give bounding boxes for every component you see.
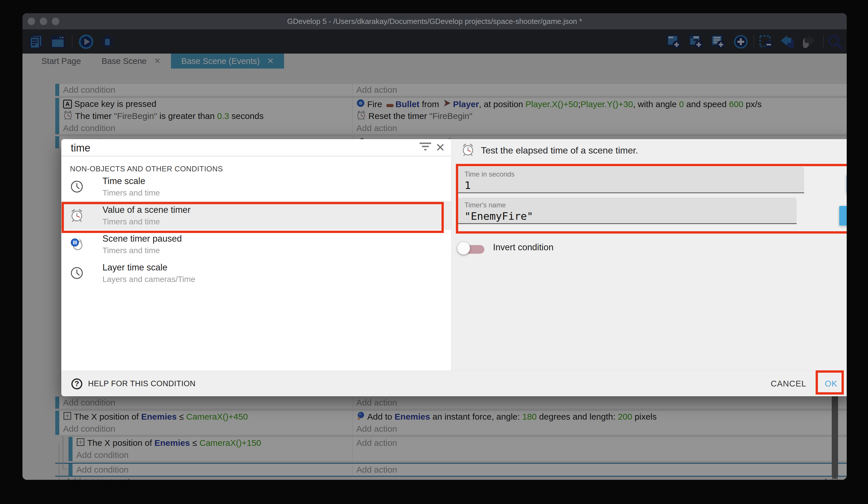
item-text: Scene timer pausedTimers and time [102, 234, 182, 255]
item-subtitle: Timers and time [102, 246, 182, 255]
search-input[interactable] [71, 141, 410, 155]
window-title: GDevelop 5 - /Users/dkarakay/Documents/G… [22, 13, 847, 29]
item-title: Time scale [102, 176, 160, 187]
condition-item-time-scale[interactable]: Time scaleTimers and time [61, 172, 451, 201]
search-bar: ✕ [61, 139, 451, 157]
help-button[interactable]: ? HELP FOR THIS CONDITION [71, 371, 196, 396]
item-title: Scene timer paused [102, 234, 182, 244]
help-icon: ? [71, 379, 82, 389]
condition-item-scene-timer-paused[interactable]: Scene timer pausedTimers and time [61, 230, 451, 259]
toggle-knob[interactable] [457, 242, 470, 255]
alarm-clock-icon [461, 143, 475, 158]
layer-clock-icon [70, 266, 84, 280]
item-subtitle: Timers and time [102, 188, 160, 198]
clock-icon [70, 180, 84, 193]
annotation-box-fields [456, 164, 847, 234]
condition-list-pane: ✕ NON-OBJECTS AND OTHER CONDITIONS Time … [61, 139, 451, 371]
item-text: Layer time scaleLayers and cameras/Time [102, 262, 195, 284]
invert-condition-label: Invert condition [493, 242, 554, 253]
condition-description: Test the elapsed time of a scene timer. [461, 143, 638, 158]
close-icon[interactable]: ✕ [435, 141, 445, 154]
condition-title: Test the elapsed time of a scene timer. [481, 145, 638, 156]
paused-timer-icon [70, 237, 84, 251]
titlebar: GDevelop 5 - /Users/dkarakay/Documents/G… [22, 13, 847, 29]
item-title: Layer time scale [102, 262, 195, 273]
item-subtitle: Layers and cameras/Time [102, 275, 195, 284]
app-window: GDevelop 5 - /Users/dkarakay/Documents/G… [22, 13, 847, 480]
annotation-box-list-item [62, 202, 444, 233]
cancel-button[interactable]: CANCEL [771, 371, 806, 396]
dialog-footer: ? HELP FOR THIS CONDITION CANCEL OK [61, 371, 847, 396]
item-text: Time scaleTimers and time [102, 176, 160, 198]
condition-item-layer-time-scale[interactable]: Layer time scaleLayers and cameras/Time [61, 259, 451, 288]
annotation-box-ok [816, 370, 844, 395]
filter-icon[interactable] [420, 143, 431, 153]
